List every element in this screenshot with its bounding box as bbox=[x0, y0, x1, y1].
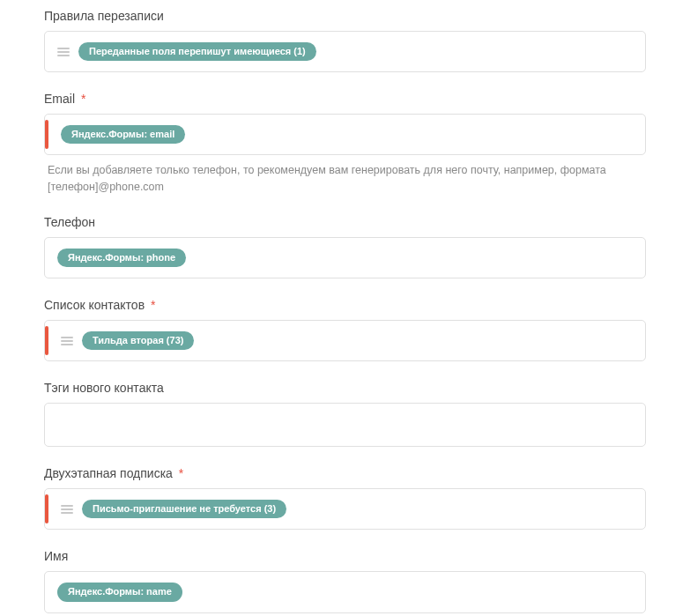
label-text: Email bbox=[44, 92, 75, 106]
chip-phone[interactable]: Яндекс.Формы: phone bbox=[57, 249, 186, 267]
list-icon bbox=[61, 337, 73, 345]
field-rewrite-rules: Правила перезаписи Переданные поля переп… bbox=[44, 9, 646, 72]
label-text: Двухэтапная подписка bbox=[44, 466, 173, 480]
chip-contact-list[interactable]: Тильда вторая (73) bbox=[82, 331, 194, 350]
chip-email[interactable]: Яндекс.Формы: email bbox=[61, 125, 185, 144]
input-email[interactable]: Яндекс.Формы: email bbox=[44, 114, 646, 155]
label-phone: Телефон bbox=[44, 215, 646, 229]
required-mark: * bbox=[151, 298, 155, 312]
list-icon bbox=[61, 505, 73, 514]
required-mark: * bbox=[81, 92, 85, 106]
label-rewrite-rules: Правила перезаписи bbox=[44, 9, 646, 23]
field-contact-list: Список контактов * Тильда вторая (73) bbox=[44, 298, 646, 361]
input-new-contact-tags[interactable] bbox=[44, 403, 646, 447]
field-email: Email * Яндекс.Формы: email Если вы доба… bbox=[44, 92, 646, 196]
hint-email: Если вы добавляете только телефон, то ре… bbox=[44, 162, 646, 196]
input-two-step[interactable]: Письмо-приглашение не требуется (3) bbox=[44, 488, 646, 530]
input-contact-list[interactable]: Тильда вторая (73) bbox=[44, 320, 646, 361]
required-mark: * bbox=[179, 466, 183, 480]
field-name: Имя Яндекс.Формы: name bbox=[44, 549, 646, 612]
label-two-step: Двухэтапная подписка * bbox=[44, 466, 646, 480]
input-rewrite-rules[interactable]: Переданные поля перепишут имеющиеся (1) bbox=[44, 31, 646, 72]
label-new-contact-tags: Тэги нового контакта bbox=[44, 381, 646, 395]
label-text: Список контактов bbox=[44, 298, 145, 312]
field-new-contact-tags: Тэги нового контакта bbox=[44, 381, 646, 447]
input-phone[interactable]: Яндекс.Формы: phone bbox=[44, 237, 646, 278]
chip-rewrite-rules[interactable]: Переданные поля перепишут имеющиеся (1) bbox=[78, 42, 316, 61]
field-phone: Телефон Яндекс.Формы: phone bbox=[44, 215, 646, 278]
list-icon bbox=[57, 48, 70, 56]
label-text: Правила перезаписи bbox=[44, 9, 164, 23]
label-contact-list: Список контактов * bbox=[44, 298, 646, 312]
chip-two-step[interactable]: Письмо-приглашение не требуется (3) bbox=[82, 500, 286, 518]
chip-name[interactable]: Яндекс.Формы: name bbox=[57, 583, 182, 601]
label-text: Имя bbox=[44, 549, 68, 563]
label-name: Имя bbox=[44, 549, 646, 563]
label-email: Email * bbox=[44, 92, 646, 106]
field-two-step: Двухэтапная подписка * Письмо-приглашени… bbox=[44, 466, 646, 530]
label-text: Тэги нового контакта bbox=[44, 381, 164, 395]
input-name[interactable]: Яндекс.Формы: name bbox=[44, 571, 646, 612]
label-text: Телефон bbox=[44, 215, 95, 229]
